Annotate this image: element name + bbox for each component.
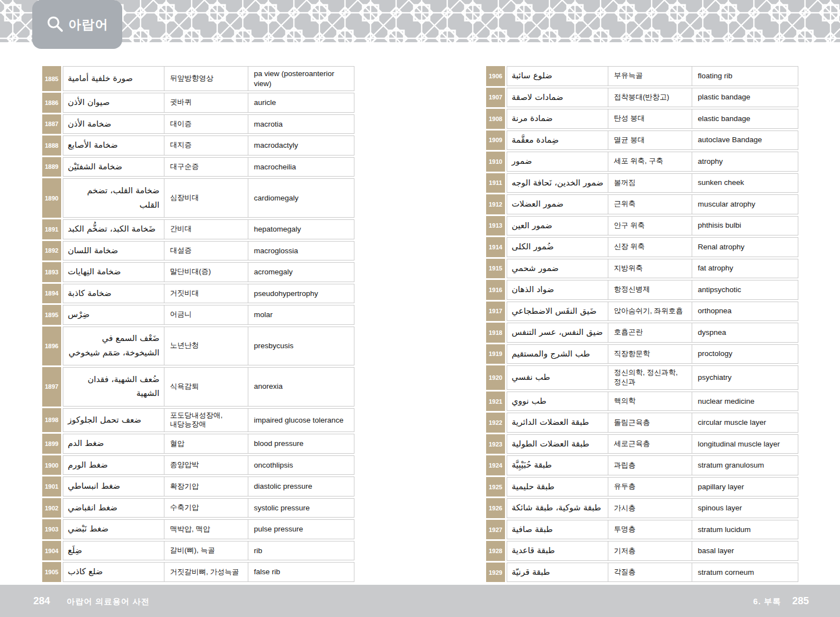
korean-term: 혈압 — [164, 434, 248, 453]
english-term: orthopnea — [692, 302, 798, 321]
korean-term: 돌림근육층 — [608, 413, 692, 432]
table-row: 1898 ضعف تحمل الجلوكوز 포도당내성장애, 내당능장애 im… — [42, 408, 354, 433]
entry-number: 1888 — [42, 136, 61, 155]
arabic-term: ضمادات لاصقة — [507, 88, 608, 107]
table-row: 1921 طب نووي 핵의학 nuclear medicine — [486, 392, 798, 412]
entry-number: 1897 — [42, 367, 61, 407]
table-row: 1907 ضمادات لاصقة 접착붕대(반창고) plastic band… — [486, 88, 798, 108]
english-term: impaired glucose tolerance — [248, 409, 354, 432]
entry-cells: ضمادة مرنة 탄성 붕대 elastic bandage — [507, 109, 798, 129]
entry-number: 1920 — [486, 365, 505, 390]
arabic-term: ضخامة القلب، تضخم القلب — [63, 179, 164, 217]
english-term: psychiatry — [692, 366, 798, 389]
entry-cells: صيوان الأذن 귓바퀴 auricle — [63, 93, 354, 113]
korean-term: 직장항문학 — [608, 345, 692, 364]
entry-number: 1899 — [42, 434, 61, 454]
english-term: autoclave Bandage — [692, 131, 798, 150]
korean-term: 식욕감퇴 — [164, 368, 248, 406]
korean-term: 간비대 — [164, 220, 248, 239]
english-term: muscular atrophy — [692, 195, 798, 214]
entry-cells: ضمادات لاصقة 접착붕대(반창고) plastic bandage — [507, 88, 798, 108]
entry-number: 1929 — [486, 563, 505, 583]
entry-number: 1886 — [42, 93, 61, 113]
korean-term: 부유늑골 — [608, 67, 692, 86]
footer-right: 6. 부록 285 — [753, 595, 840, 607]
arabic-term: ضغط انبساطي — [63, 477, 164, 496]
arabic-term: طب الشرج والمستقيم — [507, 345, 608, 364]
table-row: 1899 ضغط الدم 혈압 blood pressure — [42, 434, 354, 454]
korean-term: 핵의학 — [608, 392, 692, 411]
entry-cells: ضِلَع 갈비(뼈), 늑골 rib — [63, 541, 354, 561]
table-row: 1920 طب نفسي 정신의학, 정신과학, 정신과 psychiatry — [486, 365, 798, 390]
table-row: 1897 ضُعف الشهية، فقدان الشهية 식욕감퇴 anor… — [42, 367, 354, 407]
page-number-left: 284 — [33, 595, 50, 607]
arabic-term: ضخامة الشفتَيْن — [63, 158, 164, 177]
korean-term: 뒤앞방향영상 — [164, 67, 248, 91]
table-row: 1894 ضخامة كاذبة 거짓비대 pseudohypertrophy — [42, 284, 354, 304]
english-term: antipsychotic — [692, 280, 798, 299]
entry-number: 1906 — [486, 66, 505, 86]
entry-cells: ضخامة الأصابع 대지증 macrodactyly — [63, 136, 354, 155]
footer-section-title: 6. 부록 — [753, 596, 781, 607]
korean-term: 과립층 — [608, 456, 692, 475]
entry-number: 1918 — [486, 323, 505, 343]
korean-term: 귓바퀴 — [164, 93, 248, 112]
arabic-term: ضواد الذهان — [507, 280, 608, 299]
table-row: 1895 ضِرْس 어금니 molar — [42, 305, 354, 325]
english-term: macroglossia — [248, 242, 354, 260]
english-term: blood pressure — [248, 434, 354, 453]
entry-number: 1927 — [486, 520, 505, 540]
korean-term: 세포 위축, 구축 — [608, 152, 692, 171]
english-term: stratum lucidum — [692, 520, 798, 539]
korean-term: 신장 위축 — [608, 238, 692, 257]
table-row: 1911 ضمور الخدين، نَحافة الوجه 볼꺼짐 sunke… — [486, 173, 798, 193]
korean-term: 수축기압 — [164, 499, 248, 518]
english-term: acromegaly — [248, 263, 354, 282]
english-term: papillary layer — [692, 478, 798, 496]
entry-cells: ضيق النفس، عسر التنفس 호흡곤란 dyspnea — [507, 323, 798, 343]
arabic-term: ضخامة الأصابع — [63, 136, 164, 155]
arabic-term: طبقة حُبَيْبِيَّة — [507, 456, 608, 475]
english-term: circular muscle layer — [692, 413, 798, 432]
english-term: atrophy — [692, 152, 798, 171]
arabic-term: ضمور العين — [507, 217, 608, 235]
entry-cells: ضخامة اللسان 대설증 macroglossia — [63, 241, 354, 261]
arabic-term: طب نووي — [507, 392, 608, 411]
korean-term: 대지증 — [164, 136, 248, 155]
table-row: 1909 ضِمادة معقَّمة 멸균 붕대 autoclave Band… — [486, 131, 798, 151]
entry-number: 1917 — [486, 302, 505, 322]
entry-number: 1909 — [486, 131, 505, 151]
entry-cells: طبقة شوكية، طبقة شائكة 가시층 spinous layer — [507, 498, 798, 518]
entry-number: 1911 — [486, 173, 505, 193]
entry-cells: ضغط انقباضي 수축기압 systolic pressure — [63, 498, 354, 518]
english-term: spinous layer — [692, 499, 798, 518]
entry-cells: ضغط نَبْضي 맥박압, 맥압 pulse pressure — [63, 519, 354, 539]
tab-arabic[interactable]: 아랍어 — [32, 0, 122, 49]
english-term: auricle — [248, 93, 354, 112]
arabic-term: ضلوع سائبة — [507, 67, 608, 86]
arabic-term: ضمور — [507, 152, 608, 171]
table-row: 1896 ضَعْف السمع في الشيخوخة، صَمَم شيخو… — [42, 327, 354, 365]
table-row: 1903 ضغط نَبْضي 맥박압, 맥압 pulse pressure — [42, 519, 354, 539]
korean-term: 호흡곤란 — [608, 323, 692, 342]
table-row: 1915 ضمور شحمي 지방위축 fat atrophy — [486, 259, 798, 279]
entry-cells: طب الشرج والمستقيم 직장항문학 proctology — [507, 344, 798, 364]
arabic-term: ضعف تحمل الجلوكوز — [63, 409, 164, 432]
english-term: stratum granulosum — [692, 456, 798, 475]
table-row: 1905 ضلع كاذب 거짓갈비뼈, 가성늑골 false rib — [42, 562, 354, 582]
korean-term: 대설증 — [164, 242, 248, 260]
korean-term: 앉아숨쉬기, 좌위호흡 — [608, 302, 692, 321]
entry-number: 1900 — [42, 455, 61, 475]
entry-number: 1912 — [486, 194, 505, 214]
korean-term: 확장기압 — [164, 477, 248, 496]
arabic-term: ضغط الدم — [63, 434, 164, 453]
english-term: dyspnea — [692, 323, 798, 342]
entry-number: 1901 — [42, 476, 61, 496]
english-term: nuclear medicine — [692, 392, 798, 411]
english-term: macrocheilia — [248, 158, 354, 177]
korean-term: 거짓비대 — [164, 284, 248, 303]
english-term: basal layer — [692, 541, 798, 560]
table-row: 1913 ضمور العين 안구 위축 phthisis bulbi — [486, 216, 798, 236]
entry-number: 1915 — [486, 259, 505, 279]
footer-left: 284 아랍어 의료용어 사전 — [0, 595, 150, 607]
